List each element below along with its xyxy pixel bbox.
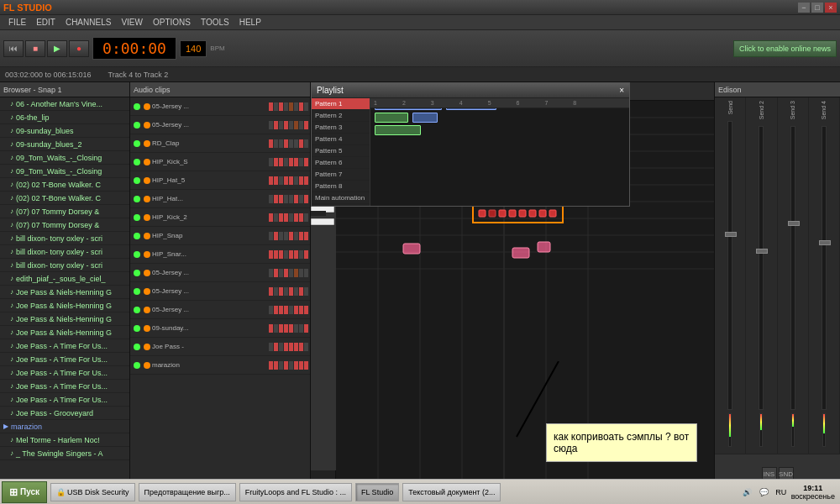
mixer-fader[interactable] xyxy=(759,126,764,410)
step-button[interactable] xyxy=(269,213,273,222)
channel-mute-led[interactable] xyxy=(144,103,150,110)
playlist-block[interactable] xyxy=(375,113,408,123)
step-button[interactable] xyxy=(289,121,293,129)
step-button[interactable] xyxy=(274,213,278,222)
step-button[interactable] xyxy=(279,158,283,166)
channel-mute-led[interactable] xyxy=(144,177,150,184)
step-button[interactable] xyxy=(279,102,283,111)
list-item[interactable]: ♪Joe Pass & Niels-Henning G xyxy=(0,299,129,312)
step-button[interactable] xyxy=(284,287,288,296)
step-button[interactable] xyxy=(269,306,273,314)
list-item[interactable]: ♪06 - Another Man's Vine... xyxy=(0,97,129,111)
channel-mute-led[interactable] xyxy=(144,288,150,295)
playlist-timeline[interactable]: 1 2 3 4 5 6 7 8 xyxy=(370,98,629,206)
step-button[interactable] xyxy=(289,361,293,370)
list-item[interactable]: ♪(07) 07 Tommy Dorsey & xyxy=(0,218,129,232)
step-button[interactable] xyxy=(289,102,293,111)
step-button[interactable] xyxy=(299,250,303,259)
step-button[interactable] xyxy=(284,213,288,222)
playlist-block[interactable] xyxy=(375,125,421,135)
step-button[interactable] xyxy=(274,324,278,333)
list-item[interactable]: ♪09_Tom_Waits_-_Closing xyxy=(0,151,129,165)
step-button[interactable] xyxy=(304,287,308,296)
step-button[interactable] xyxy=(274,176,278,185)
step-button[interactable] xyxy=(279,121,283,129)
playlist-header[interactable]: Playlist × xyxy=(312,83,629,98)
step-button[interactable] xyxy=(299,306,303,314)
list-item[interactable]: ♪Joe Pass - A Time For Us... xyxy=(0,366,129,380)
channel-mute-led[interactable] xyxy=(144,325,150,332)
step-button[interactable] xyxy=(294,158,298,166)
menu-channels[interactable]: CHANNELS xyxy=(60,18,116,27)
rewind-button[interactable]: ⏮ xyxy=(3,40,24,57)
menu-file[interactable]: FILE xyxy=(3,18,31,27)
channel-steps[interactable] xyxy=(269,158,308,166)
step-button[interactable] xyxy=(304,102,308,111)
channel-row[interactable]: HIP_Snar... xyxy=(130,245,310,264)
step-button[interactable] xyxy=(274,287,278,296)
step-button[interactable] xyxy=(294,102,298,111)
step-button[interactable] xyxy=(279,269,283,277)
step-button[interactable] xyxy=(304,250,308,259)
online-news-button[interactable]: Click to enable online news xyxy=(733,40,837,57)
step-button[interactable] xyxy=(294,176,298,185)
step-button[interactable] xyxy=(294,250,298,259)
step-button[interactable] xyxy=(279,176,283,185)
list-item[interactable]: ♪bill dixon- tony oxley - scri xyxy=(0,245,129,259)
pattern-item[interactable]: Pattern 8 xyxy=(312,181,370,192)
step-button[interactable] xyxy=(289,213,293,222)
channel-row[interactable]: 09-sunday... xyxy=(130,319,310,338)
step-button[interactable] xyxy=(289,324,293,333)
taskbar-item[interactable]: FruityLoops and FL Studio : ... xyxy=(239,483,352,501)
step-button[interactable] xyxy=(304,306,308,314)
step-button[interactable] xyxy=(274,361,278,370)
tray-icon-1[interactable]: 🔊 xyxy=(741,486,754,499)
channel-steps[interactable] xyxy=(269,121,308,129)
channel-mute-led[interactable] xyxy=(144,344,150,350)
list-item[interactable]: ♪Joe Pass - A Time For Us... xyxy=(0,339,129,353)
taskbar-item[interactable]: Предотвращение выгр... xyxy=(139,483,236,501)
channel-steps[interactable] xyxy=(269,269,308,277)
list-item[interactable]: ♪09-sunday_blues xyxy=(0,124,129,138)
channel-steps[interactable] xyxy=(269,139,308,148)
list-item[interactable]: ♪Joe Pass & Niels-Henning G xyxy=(0,312,129,326)
channel-row[interactable]: HIP_Kick_S xyxy=(130,153,310,171)
step-button[interactable] xyxy=(289,232,293,240)
channel-row[interactable]: marazion xyxy=(130,356,310,375)
step-button[interactable] xyxy=(289,306,293,314)
step-button[interactable] xyxy=(284,343,288,351)
step-button[interactable] xyxy=(304,158,308,166)
playlist-block[interactable] xyxy=(412,113,438,123)
close-button[interactable]: × xyxy=(825,3,837,13)
channel-steps[interactable] xyxy=(269,176,308,185)
list-item[interactable]: ♪09-sunday_blues_2 xyxy=(0,138,129,151)
step-button[interactable] xyxy=(289,343,293,351)
step-button[interactable] xyxy=(284,232,288,240)
channel-steps[interactable] xyxy=(269,250,308,259)
playlist-close[interactable]: × xyxy=(619,86,624,95)
step-button[interactable] xyxy=(304,269,308,277)
menu-view[interactable]: VIEW xyxy=(116,18,148,27)
list-item[interactable]: ♪(07) 07 Tommy Dorsey & xyxy=(0,205,129,218)
step-button[interactable] xyxy=(274,232,278,240)
step-button[interactable] xyxy=(304,232,308,240)
step-button[interactable] xyxy=(274,102,278,111)
list-item-folder[interactable]: ▶marazion xyxy=(0,420,129,433)
step-button[interactable] xyxy=(284,250,288,259)
channel-row[interactable]: HIP_Kick_2 xyxy=(130,208,310,227)
step-button[interactable] xyxy=(299,213,303,222)
step-button[interactable] xyxy=(304,343,308,351)
list-item[interactable]: ♪_ The Swingle Singers - A xyxy=(0,447,129,460)
window-controls[interactable]: − □ × xyxy=(798,3,837,13)
pattern-item[interactable]: Pattern 2 xyxy=(312,110,370,122)
channel-steps[interactable] xyxy=(269,343,308,351)
step-button[interactable] xyxy=(294,121,298,129)
channel-steps[interactable] xyxy=(269,324,308,333)
step-button[interactable] xyxy=(284,306,288,314)
step-button[interactable] xyxy=(294,213,298,222)
step-button[interactable] xyxy=(269,195,273,203)
step-button[interactable] xyxy=(274,269,278,277)
start-button[interactable]: ⊞ Пуск xyxy=(2,481,47,503)
record-button[interactable]: ● xyxy=(69,40,89,57)
pattern-item[interactable]: Pattern 7 xyxy=(312,169,370,181)
